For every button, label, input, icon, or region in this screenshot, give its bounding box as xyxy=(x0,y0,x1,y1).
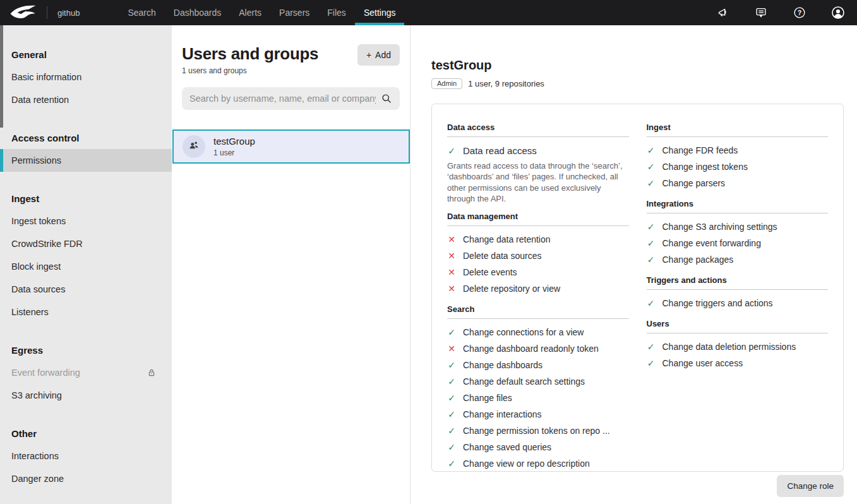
sidebar-section-title: Other xyxy=(0,422,172,445)
sidebar-section-ingest: IngestIngest tokensCrowdStrike FDRBlock … xyxy=(0,187,172,323)
permission-section-ingest: Ingest✓Change FDR feeds✓Change ingest to… xyxy=(647,123,829,191)
permission-item: ✕Delete repository or view xyxy=(447,280,629,297)
feedback-icon[interactable] xyxy=(753,5,769,20)
falcon-logo-icon xyxy=(9,4,38,21)
permission-label: Change permission tokens on repo ... xyxy=(463,426,610,436)
sidebar-item-danger-zone[interactable]: Danger zone xyxy=(0,467,172,490)
check-icon: ✓ xyxy=(647,238,656,248)
permission-section-integrations: Integrations✓Change S3 archiving setting… xyxy=(647,199,829,268)
permission-label: Change connections for a view xyxy=(463,327,584,337)
role-badge: Admin xyxy=(431,78,462,89)
topbar-actions: ? xyxy=(715,0,857,25)
permission-description: Grants read access to data through the ‘… xyxy=(447,160,628,204)
sidebar-item-data-sources[interactable]: Data sources xyxy=(0,278,172,301)
group-list-item-testgroup[interactable]: testGroup1 user xyxy=(172,129,410,164)
megaphone-icon[interactable] xyxy=(715,5,730,20)
permission-section-data-access: Data access✓Data read accessGrants read … xyxy=(447,123,629,204)
search-input[interactable] xyxy=(182,87,400,110)
sidebar-item-listeners[interactable]: Listeners xyxy=(0,301,172,323)
check-icon: ✓ xyxy=(647,145,656,155)
main-nav: SearchDashboardsAlertsParsersFilesSettin… xyxy=(119,0,404,25)
check-icon: ✓ xyxy=(647,162,656,172)
group-list-item-text: testGroup1 user xyxy=(213,136,255,157)
permission-section-title: Data management xyxy=(447,212,629,226)
permission-item: ✓Change connections for a view xyxy=(447,324,629,340)
account-icon[interactable] xyxy=(830,5,846,20)
sidebar-item-data-retention[interactable]: Data retention xyxy=(0,88,172,111)
tab-dashboards[interactable]: Dashboards xyxy=(165,0,231,25)
sidebar-item-event-forwarding[interactable]: Event forwarding xyxy=(0,361,172,384)
sidebar-item-crowdstrike-fdr[interactable]: CrowdStrike FDR xyxy=(0,232,172,255)
sidebar-item-label: Interactions xyxy=(11,451,160,461)
permission-item: ✓Change default search settings xyxy=(447,373,629,390)
users-groups-list: testGroup1 user xyxy=(172,129,410,164)
permission-section-title: Data access xyxy=(447,123,629,137)
sidebar-section-title: General xyxy=(0,43,172,66)
check-icon: ✓ xyxy=(447,360,456,370)
permission-item: ✕Change data retention xyxy=(447,231,629,248)
tab-files[interactable]: Files xyxy=(318,0,355,25)
check-icon: ✓ xyxy=(647,255,656,265)
check-icon: ✓ xyxy=(447,442,456,452)
sidebar-item-label: Event forwarding xyxy=(11,368,147,378)
topbar: github SearchDashboardsAlertsParsersFile… xyxy=(0,0,857,25)
permission-item: ✓Change packages xyxy=(647,251,829,268)
check-icon: ✓ xyxy=(447,393,456,403)
permission-item: ✕Delete data sources xyxy=(447,248,629,264)
sidebar-item-interactions[interactable]: Interactions xyxy=(0,445,172,467)
group-meta: 1 user, 9 repositories xyxy=(468,79,544,88)
permission-label: Change packages xyxy=(662,255,734,265)
sidebar-scrollbar[interactable] xyxy=(0,25,3,128)
tab-settings[interactable]: Settings xyxy=(355,0,405,25)
check-icon: ✓ xyxy=(647,358,656,368)
permissions-column-1: Data access✓Data read accessGrants read … xyxy=(447,123,629,472)
sidebar-item-label: S3 archiving xyxy=(11,390,160,400)
help-icon[interactable]: ? xyxy=(792,5,807,20)
sidebar-section-title: Access control xyxy=(0,126,172,149)
permission-item: ✓Change event forwarding xyxy=(647,235,829,251)
permission-item: ✕Change dashboard readonly token xyxy=(447,340,629,357)
svg-text:?: ? xyxy=(798,9,801,16)
crowdstrike-falcon-logo[interactable] xyxy=(0,0,47,25)
permission-label: Change dashboard readonly token xyxy=(463,344,599,354)
sidebar-item-ingest-tokens[interactable]: Ingest tokens xyxy=(0,210,172,232)
permission-label: Delete repository or view xyxy=(463,284,560,294)
sidebar-item-permissions[interactable]: Permissions xyxy=(0,149,172,172)
group-avatar xyxy=(183,135,205,158)
users-groups-count: 1 users and groups xyxy=(182,66,318,75)
sidebar-item-label: Block ingest xyxy=(11,261,160,272)
cross-icon: ✕ xyxy=(447,344,456,354)
check-icon: ✓ xyxy=(647,222,656,232)
add-button-label: Add xyxy=(375,50,391,60)
permission-section-data-management: Data management✕Change data retention✕De… xyxy=(447,212,629,297)
tab-parsers[interactable]: Parsers xyxy=(270,0,318,25)
check-icon: ✓ xyxy=(447,146,456,156)
permission-item: ✓Change view or repo description xyxy=(447,455,629,472)
permission-label: Change default search settings xyxy=(463,376,585,387)
check-icon: ✓ xyxy=(647,342,656,352)
add-button[interactable]: + Add xyxy=(357,44,400,66)
permission-label: Data read access xyxy=(463,145,537,156)
sidebar-section-egress: EgressEvent forwardingS3 archiving xyxy=(0,339,172,407)
sidebar-item-block-ingest[interactable]: Block ingest xyxy=(0,255,172,278)
permission-label: Change saved queries xyxy=(463,442,551,452)
search-icon xyxy=(379,91,394,106)
permission-item: ✓Change files xyxy=(447,390,629,406)
change-role-button[interactable]: Change role xyxy=(777,475,844,497)
permission-section-title: Ingest xyxy=(647,123,829,137)
check-icon: ✓ xyxy=(447,327,456,337)
permission-section-search: Search✓Change connections for a view✕Cha… xyxy=(447,304,629,472)
sidebar-item-s3-archiving[interactable]: S3 archiving xyxy=(0,384,172,407)
permission-item: ✓Change dashboards xyxy=(447,357,629,373)
sidebar-item-basic-information[interactable]: Basic information xyxy=(0,66,172,88)
repo-name[interactable]: github xyxy=(47,0,92,25)
check-icon: ✓ xyxy=(447,426,456,436)
permission-label: Change interactions xyxy=(463,409,542,419)
permission-item: ✓Change ingest tokens xyxy=(647,159,829,175)
permission-section-triggers-and-actions: Triggers and actions✓Change triggers and… xyxy=(647,275,829,311)
tab-search[interactable]: Search xyxy=(119,0,164,25)
permission-item: ✓Data read access xyxy=(447,142,629,159)
tab-alerts[interactable]: Alerts xyxy=(230,0,270,25)
permission-item: ✕Delete events xyxy=(447,264,629,280)
cross-icon: ✕ xyxy=(447,251,456,261)
